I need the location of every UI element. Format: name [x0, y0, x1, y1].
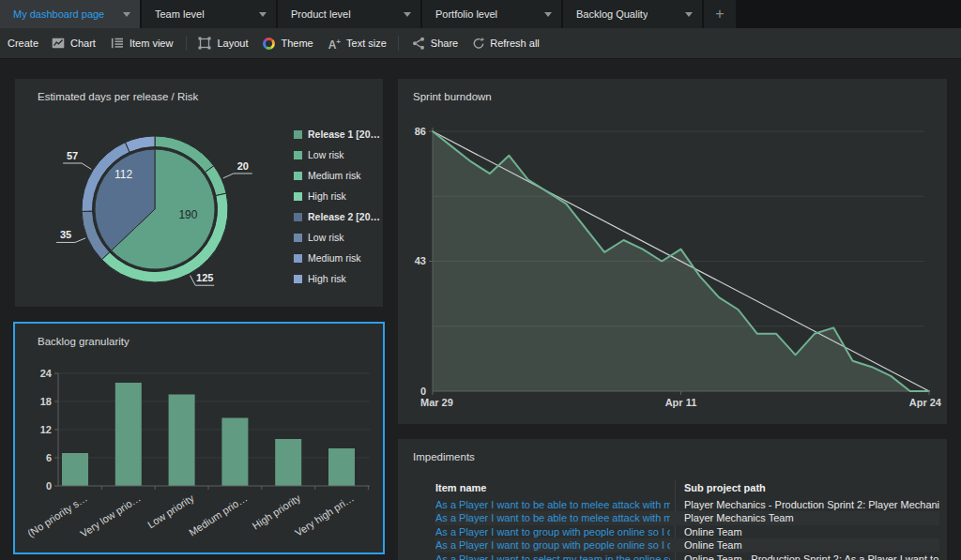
legend-item-high-risk: High risk — [294, 268, 380, 289]
panel-title: Sprint burndown — [413, 91, 492, 102]
share-button[interactable]: Share — [412, 37, 458, 50]
legend-label: Low risk — [308, 232, 344, 243]
tab-my-dashboard-page[interactable]: My dashboard page — [0, 0, 142, 28]
pie-callout-value: 57 — [67, 150, 78, 161]
legend-label: Release 2 [20… — [308, 211, 380, 222]
item-name-link[interactable]: As a Player I want to group with people … — [435, 538, 670, 552]
legend-item-high-risk: High risk — [294, 186, 380, 206]
bar-very-low-prio — [115, 383, 142, 486]
pie-slice-value: 190 — [178, 208, 197, 221]
x-axis-tick-label: Apr 11 — [665, 397, 697, 408]
chevron-down-icon[interactable] — [259, 12, 267, 17]
legend-label: Medium risk — [308, 170, 361, 181]
legend-swatch — [294, 192, 302, 201]
item-name-link[interactable]: As a Player I want to be able to melee a… — [435, 511, 670, 524]
panel-impediments[interactable]: Impediments Item name Sub project path A… — [398, 439, 947, 560]
impediments-table: Item name Sub project path As a Player I… — [435, 482, 939, 560]
text-size-icon: A+ — [328, 38, 341, 50]
text-size-button[interactable]: A+Text size — [328, 38, 387, 50]
tab-bar-filler — [738, 0, 961, 28]
dashboard-app: My dashboard pageTeam levelProduct level… — [0, 0, 961, 560]
chart-icon — [52, 37, 65, 50]
sub-project-path: Online Team — [684, 538, 939, 552]
legend-item-low-risk: Low risk — [294, 144, 380, 165]
pie-slice-value: 112 — [114, 168, 132, 181]
panel-estimated-days[interactable]: 190112201253557 Estimated days per relea… — [15, 79, 383, 307]
legend-item-medium-risk: Medium risk — [294, 248, 380, 268]
chart-button[interactable]: Chart — [52, 37, 96, 50]
legend-swatch — [294, 234, 302, 242]
pie-legend: Release 1 [20…Low riskMedium riskHigh ri… — [294, 124, 380, 289]
pie-callout-value: 125 — [196, 272, 213, 283]
toolbar-separator — [398, 36, 399, 51]
table-row[interactable]: As a Player I want to select my team in … — [435, 552, 939, 560]
tab-label: My dashboard page — [13, 8, 104, 20]
x-axis-category-label: Very high pri… — [293, 492, 356, 538]
theme-icon — [263, 38, 275, 50]
tab-bar: My dashboard pageTeam levelProduct level… — [0, 0, 961, 28]
legend-swatch — [294, 130, 302, 139]
tab-product-level[interactable]: Product level — [278, 0, 422, 28]
item-name-link[interactable]: As a Player I want to be able to melee a… — [435, 498, 670, 511]
tab-backlog-quality[interactable]: Backlog Quality — [563, 0, 704, 28]
legend-swatch — [294, 172, 302, 180]
theme-button[interactable]: Theme — [263, 38, 313, 50]
toolbar-separator — [186, 36, 187, 51]
add-tab-button[interactable]: + — [704, 0, 738, 28]
legend-label: High risk — [308, 273, 346, 284]
refresh-icon — [471, 37, 484, 50]
y-axis-tick-label: 86 — [415, 126, 426, 137]
toolbar-label: Share — [431, 38, 458, 49]
table-row[interactable]: As a Player I want to be able to melee a… — [435, 511, 939, 524]
tab-label: Portfolio level — [435, 8, 497, 20]
legend-item-release-1-20: Release 1 [20… — [294, 124, 380, 144]
chevron-down-icon[interactable] — [123, 12, 130, 17]
item-name-link[interactable]: As a Player I want to select my team in … — [435, 552, 670, 560]
refresh-all-button[interactable]: Refresh all — [471, 37, 540, 50]
column-header-sub-project-path: Sub project path — [684, 482, 766, 493]
tab-portfolio-level[interactable]: Portfolio level — [422, 0, 563, 28]
table-row[interactable]: As a Player I want to be able to melee a… — [435, 498, 939, 511]
bar-chart: 06121824(No priority s…Very low prio…Low… — [15, 324, 383, 552]
pie-chart: 190112201253557 — [15, 79, 287, 307]
panel-title: Estimated days per release / Risk — [38, 91, 198, 102]
table-rows: As a Player I want to be able to melee a… — [435, 498, 939, 560]
toolbar-label: Item view — [130, 38, 173, 49]
panel-title: Backlog granularity — [38, 336, 130, 347]
chevron-down-icon[interactable] — [685, 12, 693, 17]
chevron-down-icon[interactable] — [404, 12, 411, 17]
table-row[interactable]: As a Player I want to group with people … — [435, 538, 939, 552]
toolbar-label: Chart — [70, 38, 96, 49]
create-button[interactable]: Create — [8, 38, 38, 49]
x-axis-category-label: Low priority — [145, 492, 196, 530]
burndown-chart: 86430Mar 29Apr 11Apr 24 — [398, 79, 947, 424]
x-axis-tick-label: Apr 24 — [909, 397, 942, 408]
layout-button[interactable]: Layout — [198, 37, 248, 50]
pie-callout-value: 35 — [60, 229, 71, 240]
y-axis-tick-label: 12 — [40, 424, 52, 435]
toolbar-label: Create — [8, 38, 38, 49]
panel-backlog-granularity[interactable]: 06121824(No priority s…Very low prio…Low… — [13, 322, 385, 554]
tab-team-level[interactable]: Team level — [142, 0, 278, 28]
sub-project-path: Player Mechanics - Production Sprint 2: … — [684, 498, 939, 511]
item-view-icon — [111, 37, 124, 50]
bar-low-priority — [169, 395, 195, 487]
chevron-down-icon[interactable] — [544, 12, 552, 17]
bar-no-priority-s — [62, 453, 88, 486]
layout-icon — [198, 37, 211, 50]
legend-swatch — [294, 254, 302, 263]
x-axis-category-label: Medium prio… — [187, 492, 250, 538]
legend-label: High risk — [308, 190, 346, 202]
legend-label: Low risk — [308, 149, 344, 160]
panel-title: Impediments — [413, 451, 475, 462]
legend-label: Release 1 [20… — [308, 129, 380, 140]
item-name-link[interactable]: As a Player I want to group with people … — [435, 525, 670, 538]
toolbar-label: Theme — [281, 38, 313, 49]
table-row[interactable]: As a Player I want to group with people … — [435, 525, 939, 538]
tab-label: Backlog Quality — [576, 8, 648, 20]
pie-callout-value: 20 — [237, 160, 249, 172]
legend-label: Medium risk — [308, 252, 361, 264]
panel-sprint-burndown[interactable]: 86430Mar 29Apr 11Apr 24 Sprint burndown — [398, 79, 947, 424]
legend-item-low-risk: Low risk — [294, 227, 380, 248]
item-view-button[interactable]: Item view — [111, 37, 173, 50]
